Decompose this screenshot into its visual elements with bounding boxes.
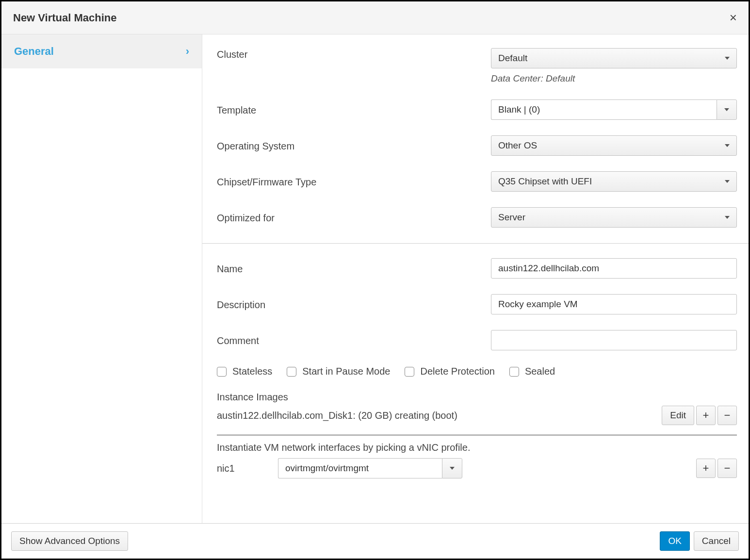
close-icon[interactable]: × xyxy=(730,10,737,25)
checkbox-stateless[interactable] xyxy=(217,367,227,377)
chevron-down-icon xyxy=(725,180,730,183)
select-template[interactable]: Blank | (0) xyxy=(491,99,737,120)
checkbox-sealed[interactable] xyxy=(509,367,519,377)
nic-dropdown-button[interactable] xyxy=(442,458,462,478)
select-nic[interactable]: ovirtmgmt/ovirtmgmt xyxy=(278,458,462,478)
select-cluster[interactable]: Default xyxy=(491,48,737,68)
select-os[interactable]: Other OS xyxy=(491,135,737,156)
row-cluster: Cluster Default Data Center: Default xyxy=(217,48,737,84)
label-pause: Start in Pause Mode xyxy=(302,366,390,377)
select-optimized[interactable]: Server xyxy=(491,207,737,228)
label-os: Operating System xyxy=(217,140,491,152)
label-name: Name xyxy=(217,263,491,275)
add-disk-button[interactable]: + xyxy=(696,406,716,425)
cancel-button[interactable]: Cancel xyxy=(694,531,739,551)
dialog-title: New Virtual Machine xyxy=(13,12,117,24)
main-panel: Cluster Default Data Center: Default Tem… xyxy=(202,34,749,523)
select-cluster-value: Default xyxy=(498,53,527,63)
row-chipset: Chipset/Firmware Type Q35 Chipset with U… xyxy=(217,171,737,192)
minus-icon: − xyxy=(724,462,731,475)
label-comment: Comment xyxy=(217,334,491,346)
row-comment: Comment xyxy=(217,330,737,350)
input-comment[interactable] xyxy=(491,330,737,350)
remove-nic-button[interactable]: − xyxy=(717,459,737,478)
nic-divider xyxy=(217,435,737,435)
label-template: Template xyxy=(217,104,491,116)
nic-label: nic1 xyxy=(217,463,270,474)
sidebar-item-label: General xyxy=(14,45,54,58)
cluster-hint: Data Center: Default xyxy=(491,73,737,84)
nic-instruction: Instantiate VM network interfaces by pic… xyxy=(217,442,737,453)
sidebar-item-general[interactable]: General › xyxy=(1,34,202,68)
chevron-down-icon xyxy=(724,108,729,111)
titlebar: New Virtual Machine × xyxy=(1,1,749,34)
select-optimized-value: Server xyxy=(498,212,525,222)
edit-disk-button[interactable]: Edit xyxy=(662,406,694,425)
label-stateless: Stateless xyxy=(232,366,272,377)
plus-icon: + xyxy=(703,409,709,422)
nic-row: nic1 ovirtmgmt/ovirtmgmt + − xyxy=(217,458,737,478)
input-name[interactable] xyxy=(491,258,737,279)
plus-icon: + xyxy=(703,462,709,475)
label-optimized: Optimized for xyxy=(217,212,491,224)
chevron-down-icon xyxy=(725,144,730,147)
chevron-down-icon xyxy=(725,57,730,60)
checkbox-pause[interactable] xyxy=(287,367,296,377)
dialog-body: General › Cluster Default Data Center: D… xyxy=(1,34,749,523)
chevron-right-icon: › xyxy=(186,45,189,58)
add-nic-button[interactable]: + xyxy=(696,459,716,478)
checkbox-delete-protection[interactable] xyxy=(405,367,414,377)
select-template-value: Blank | (0) xyxy=(491,99,717,120)
section-divider xyxy=(202,243,749,244)
input-description[interactable] xyxy=(491,294,737,314)
label-cluster: Cluster xyxy=(217,48,491,60)
dialog-footer: Show Advanced Options OK Cancel xyxy=(1,523,749,559)
row-template: Template Blank | (0) xyxy=(217,99,737,120)
row-description: Description xyxy=(217,294,737,314)
select-nic-value: ovirtmgmt/ovirtmgmt xyxy=(278,458,442,478)
remove-disk-button[interactable]: − xyxy=(717,406,737,425)
ok-button[interactable]: OK xyxy=(660,531,689,551)
row-name: Name xyxy=(217,258,737,279)
show-advanced-button[interactable]: Show Advanced Options xyxy=(11,531,128,551)
instance-images-title: Instance Images xyxy=(217,392,737,403)
instance-row: austin122.dellhcilab.com_Disk1: (20 GB) … xyxy=(217,406,737,425)
checkbox-row: Stateless Start in Pause Mode Delete Pro… xyxy=(217,366,737,377)
row-optimized: Optimized for Server xyxy=(217,207,737,228)
label-sealed: Sealed xyxy=(525,366,555,377)
label-description: Description xyxy=(217,298,491,311)
label-delete-protection: Delete Protection xyxy=(420,366,494,377)
label-chipset: Chipset/Firmware Type xyxy=(217,176,491,188)
select-chipset[interactable]: Q35 Chipset with UEFI xyxy=(491,171,737,192)
chevron-down-icon xyxy=(450,467,455,470)
minus-icon: − xyxy=(724,409,731,422)
instance-disk-text: austin122.dellhcilab.com_Disk1: (20 GB) … xyxy=(217,410,457,421)
select-os-value: Other OS xyxy=(498,140,537,150)
chevron-down-icon xyxy=(725,216,730,219)
sidebar: General › xyxy=(1,34,202,523)
row-os: Operating System Other OS xyxy=(217,135,737,156)
template-dropdown-button[interactable] xyxy=(717,99,737,120)
select-chipset-value: Q35 Chipset with UEFI xyxy=(498,176,592,186)
